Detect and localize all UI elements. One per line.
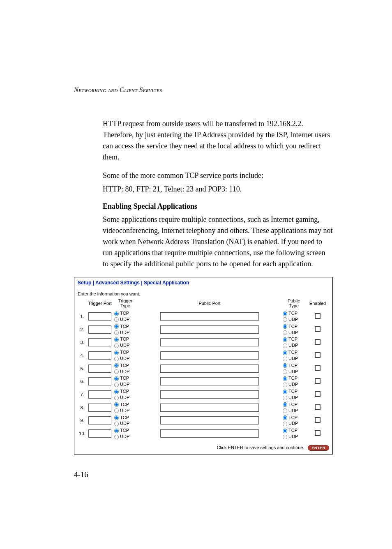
trigger-type-tcp-radio[interactable] bbox=[114, 390, 119, 394]
public-type-tcp-label[interactable]: TCP bbox=[282, 375, 305, 381]
public-port-input[interactable] bbox=[160, 404, 259, 412]
public-type-tcp-label[interactable]: TCP bbox=[282, 401, 305, 408]
public-type-udp-radio[interactable] bbox=[283, 317, 287, 322]
public-type-udp-radio[interactable] bbox=[283, 396, 287, 400]
public-type-tcp-radio[interactable] bbox=[283, 351, 287, 355]
trigger-port-input[interactable] bbox=[88, 404, 111, 412]
public-type-udp-radio[interactable] bbox=[283, 435, 287, 439]
trigger-port-input[interactable] bbox=[88, 416, 111, 424]
public-port-input[interactable] bbox=[160, 429, 259, 438]
trigger-type-udp-label[interactable]: UDP bbox=[114, 420, 137, 427]
public-type-udp-radio[interactable] bbox=[283, 408, 287, 413]
trigger-type-udp-radio[interactable] bbox=[114, 330, 119, 335]
public-type-udp-label[interactable]: UDP bbox=[282, 342, 305, 348]
trigger-type-udp-label[interactable]: UDP bbox=[114, 408, 137, 414]
trigger-type-tcp-label[interactable]: TCP bbox=[114, 401, 137, 408]
enabled-checkbox[interactable] bbox=[315, 339, 321, 345]
trigger-port-input[interactable] bbox=[88, 377, 111, 385]
enabled-checkbox[interactable] bbox=[315, 417, 321, 423]
trigger-type-udp-label[interactable]: UDP bbox=[114, 394, 137, 401]
trigger-type-tcp-radio[interactable] bbox=[114, 415, 119, 420]
trigger-type-udp-radio[interactable] bbox=[114, 369, 119, 374]
trigger-port-input[interactable] bbox=[88, 429, 111, 438]
trigger-type-udp-radio[interactable] bbox=[114, 344, 119, 348]
enabled-checkbox[interactable] bbox=[315, 365, 321, 371]
enabled-checkbox[interactable] bbox=[315, 313, 321, 319]
trigger-type-udp-label[interactable]: UDP bbox=[114, 342, 137, 348]
trigger-type-tcp-radio[interactable] bbox=[114, 324, 119, 329]
public-type-tcp-label[interactable]: TCP bbox=[282, 310, 305, 316]
public-type-udp-radio[interactable] bbox=[283, 422, 287, 426]
trigger-type-udp-radio[interactable] bbox=[114, 317, 119, 322]
trigger-type-tcp-label[interactable]: TCP bbox=[114, 375, 137, 381]
public-type-udp-label[interactable]: UDP bbox=[282, 316, 305, 323]
trigger-port-input[interactable] bbox=[88, 338, 111, 346]
trigger-type-udp-radio[interactable] bbox=[114, 396, 119, 400]
trigger-type-tcp-radio[interactable] bbox=[114, 351, 119, 355]
trigger-type-udp-label[interactable]: UDP bbox=[114, 434, 137, 440]
public-type-tcp-radio[interactable] bbox=[283, 376, 287, 381]
public-port-input[interactable] bbox=[160, 416, 259, 424]
public-type-tcp-label[interactable]: TCP bbox=[282, 427, 305, 434]
trigger-type-tcp-label[interactable]: TCP bbox=[114, 336, 137, 342]
public-type-udp-label[interactable]: UDP bbox=[282, 420, 305, 427]
public-type-udp-label[interactable]: UDP bbox=[282, 330, 305, 336]
public-type-tcp-label[interactable]: TCP bbox=[282, 362, 305, 369]
enabled-checkbox[interactable] bbox=[315, 326, 321, 332]
public-port-input[interactable] bbox=[160, 390, 259, 399]
public-type-udp-radio[interactable] bbox=[283, 330, 287, 335]
public-type-tcp-radio[interactable] bbox=[283, 415, 287, 420]
enter-button[interactable]: ENTER bbox=[308, 445, 329, 451]
public-type-tcp-radio[interactable] bbox=[283, 324, 287, 329]
public-type-tcp-radio[interactable] bbox=[283, 363, 287, 368]
trigger-type-tcp-radio[interactable] bbox=[114, 337, 119, 342]
public-port-input[interactable] bbox=[160, 338, 259, 346]
enabled-checkbox[interactable] bbox=[315, 352, 321, 358]
trigger-type-tcp-radio[interactable] bbox=[114, 311, 119, 316]
public-type-udp-radio[interactable] bbox=[283, 383, 287, 387]
public-port-input[interactable] bbox=[160, 312, 259, 321]
trigger-port-input[interactable] bbox=[88, 390, 111, 399]
trigger-type-tcp-label[interactable]: TCP bbox=[114, 427, 137, 434]
trigger-type-tcp-radio[interactable] bbox=[114, 402, 119, 407]
trigger-type-tcp-radio[interactable] bbox=[114, 429, 119, 433]
trigger-type-tcp-label[interactable]: TCP bbox=[114, 415, 137, 421]
trigger-type-udp-label[interactable]: UDP bbox=[114, 355, 137, 362]
public-type-udp-radio[interactable] bbox=[283, 356, 287, 361]
public-type-udp-label[interactable]: UDP bbox=[282, 394, 305, 401]
public-type-udp-label[interactable]: UDP bbox=[282, 408, 305, 414]
public-type-tcp-label[interactable]: TCP bbox=[282, 336, 305, 342]
public-type-tcp-radio[interactable] bbox=[283, 429, 287, 433]
public-type-tcp-radio[interactable] bbox=[283, 402, 287, 407]
trigger-type-udp-label[interactable]: UDP bbox=[114, 381, 137, 388]
enabled-checkbox[interactable] bbox=[315, 378, 321, 384]
public-type-tcp-label[interactable]: TCP bbox=[282, 323, 305, 330]
public-type-udp-label[interactable]: UDP bbox=[282, 369, 305, 375]
public-type-udp-radio[interactable] bbox=[283, 344, 287, 348]
trigger-type-tcp-radio[interactable] bbox=[114, 376, 119, 381]
public-type-tcp-label[interactable]: TCP bbox=[282, 349, 305, 355]
trigger-type-udp-radio[interactable] bbox=[114, 435, 119, 439]
public-type-udp-label[interactable]: UDP bbox=[282, 381, 305, 388]
trigger-type-udp-radio[interactable] bbox=[114, 356, 119, 361]
trigger-port-input[interactable] bbox=[88, 312, 111, 321]
trigger-type-udp-label[interactable]: UDP bbox=[114, 369, 137, 375]
trigger-port-input[interactable] bbox=[88, 351, 111, 360]
public-port-input[interactable] bbox=[160, 351, 259, 360]
enabled-checkbox[interactable] bbox=[315, 404, 321, 410]
public-type-tcp-label[interactable]: TCP bbox=[282, 388, 305, 394]
public-type-udp-radio[interactable] bbox=[283, 369, 287, 374]
trigger-type-udp-radio[interactable] bbox=[114, 383, 119, 387]
trigger-type-tcp-label[interactable]: TCP bbox=[114, 362, 137, 369]
public-type-tcp-radio[interactable] bbox=[283, 390, 287, 394]
trigger-type-udp-label[interactable]: UDP bbox=[114, 330, 137, 336]
trigger-port-input[interactable] bbox=[88, 364, 111, 373]
trigger-type-tcp-radio[interactable] bbox=[114, 363, 119, 368]
trigger-type-udp-label[interactable]: UDP bbox=[114, 316, 137, 323]
trigger-type-tcp-label[interactable]: TCP bbox=[114, 323, 137, 330]
enabled-checkbox[interactable] bbox=[315, 391, 321, 397]
public-type-udp-label[interactable]: UDP bbox=[282, 434, 305, 440]
public-port-input[interactable] bbox=[160, 325, 259, 334]
trigger-type-udp-radio[interactable] bbox=[114, 422, 119, 426]
public-type-tcp-radio[interactable] bbox=[283, 337, 287, 342]
